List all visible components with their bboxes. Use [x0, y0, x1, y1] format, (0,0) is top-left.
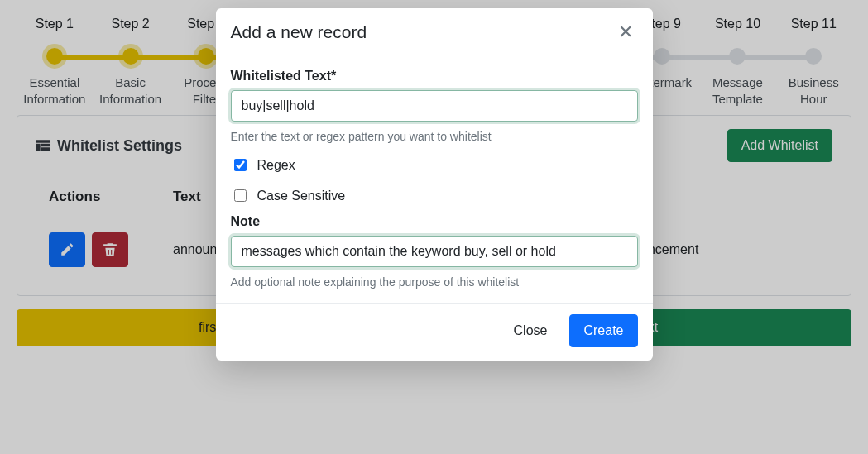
case-sensitive-label: Case Sensitive	[257, 189, 346, 203]
whitelisted-help-text: Enter the text or regex pattern you want…	[231, 130, 638, 143]
modal-close-button[interactable]: Close	[500, 314, 562, 347]
note-input[interactable]	[231, 236, 638, 267]
close-icon: ✕	[618, 22, 633, 42]
modal-create-button[interactable]: Create	[569, 314, 637, 347]
add-record-modal: Add a new record ✕ Whitelisted Text* Ent…	[216, 8, 653, 361]
case-sensitive-checkbox[interactable]	[234, 189, 247, 202]
modal-title: Add a new record	[231, 22, 367, 42]
whitelisted-text-label: Whitelisted Text*	[231, 69, 638, 84]
case-sensitive-checkbox-row[interactable]: Case Sensitive	[231, 187, 638, 204]
note-help-text: Add optional note explaining the purpose…	[231, 275, 638, 289]
modal-close-x[interactable]: ✕	[613, 20, 638, 45]
note-label: Note	[231, 214, 638, 229]
whitelisted-text-input[interactable]	[231, 90, 638, 122]
regex-label: Regex	[257, 158, 295, 173]
regex-checkbox[interactable]	[234, 159, 247, 171]
regex-checkbox-row[interactable]: Regex	[231, 156, 638, 174]
